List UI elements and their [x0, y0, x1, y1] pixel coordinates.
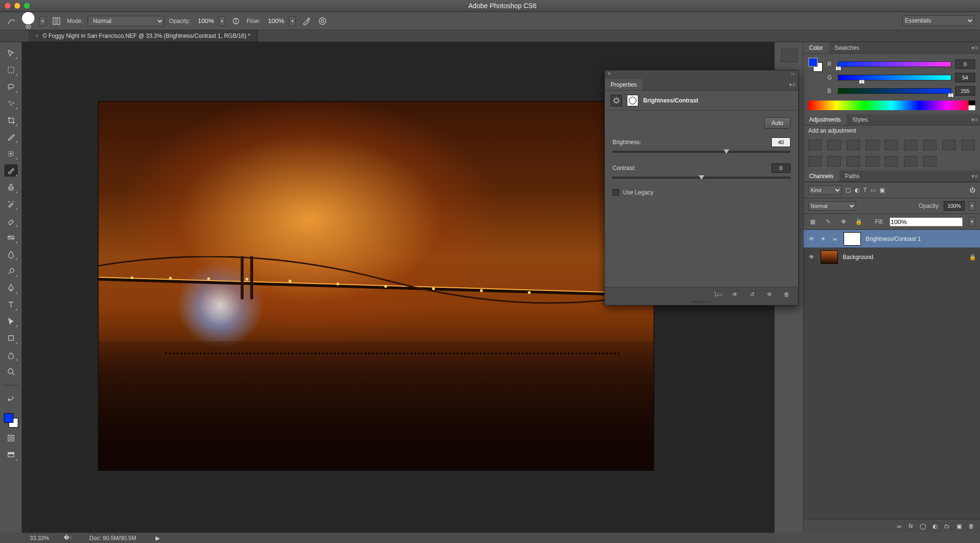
- legacy-checkbox[interactable]: [612, 189, 619, 196]
- color-swatches[interactable]: [4, 413, 18, 428]
- adj-bw-icon[interactable]: [923, 140, 936, 150]
- marquee-tool[interactable]: [4, 64, 18, 76]
- channel-thumb-icon[interactable]: [948, 93, 953, 97]
- channel-value-input[interactable]: [955, 59, 975, 69]
- properties-collapse-icon[interactable]: ››: [788, 70, 798, 79]
- adj-vibrance-icon[interactable]: [885, 140, 898, 150]
- airbrush-icon[interactable]: [301, 15, 312, 27]
- dock-panel-icon[interactable]: [781, 49, 797, 62]
- lock-all-icon[interactable]: 🔒: [854, 217, 864, 226]
- flow-dropdown-icon[interactable]: [289, 16, 296, 26]
- gradient-tool[interactable]: [4, 231, 18, 244]
- layer-filter-select[interactable]: Kind: [808, 185, 842, 195]
- brush-panel-toggle-icon[interactable]: [51, 15, 62, 27]
- layer-row[interactable]: 👁☀⫘Brightness/Contrast 1: [803, 230, 980, 248]
- zoom-tool[interactable]: [4, 365, 18, 378]
- tab-properties[interactable]: Properties: [605, 79, 643, 90]
- blur-tool[interactable]: [4, 248, 18, 260]
- tab-adjustments[interactable]: Adjustments: [803, 114, 846, 125]
- channel-slider[interactable]: [838, 61, 951, 67]
- dodge-tool[interactable]: [4, 265, 18, 277]
- history-brush-tool[interactable]: [4, 198, 18, 210]
- channel-slider[interactable]: [838, 75, 951, 80]
- brightness-input[interactable]: [771, 137, 791, 147]
- hand-tool[interactable]: [4, 349, 18, 361]
- workspace-select[interactable]: Essentials: [902, 15, 974, 26]
- properties-resize-grip[interactable]: [605, 301, 798, 305]
- layer-name-label[interactable]: Background: [843, 254, 873, 260]
- adj-gradient-map-icon[interactable]: [885, 156, 898, 167]
- type-tool[interactable]: [4, 298, 18, 311]
- opacity-dropdown-icon[interactable]: [219, 16, 225, 26]
- adj-selective-color-icon[interactable]: [904, 156, 917, 167]
- filter-shape-icon[interactable]: ▭: [870, 187, 876, 193]
- brush-preview[interactable]: 90: [22, 12, 34, 30]
- link-layers-icon[interactable]: ⫘: [896, 523, 902, 530]
- contrast-input[interactable]: [771, 163, 791, 173]
- layer-blend-select[interactable]: Normal: [808, 201, 856, 211]
- quick-mask-icon[interactable]: [4, 432, 18, 444]
- zoom-readout[interactable]: 33.33%: [30, 535, 49, 542]
- properties-menu-icon[interactable]: ▾≡: [787, 79, 798, 90]
- move-tool[interactable]: [4, 47, 18, 59]
- view-previous-icon[interactable]: 👁: [730, 290, 740, 299]
- contrast-slider[interactable]: [612, 177, 791, 179]
- workspace-switcher[interactable]: Essentials: [902, 15, 974, 26]
- layer-fill-input[interactable]: [890, 217, 963, 226]
- healing-tool[interactable]: [4, 147, 18, 160]
- document-tab[interactable]: × © Foggy Night in San Francisco.NEF @ 3…: [29, 30, 257, 42]
- channels-panel-menu-icon[interactable]: ▾≡: [969, 170, 980, 181]
- layer-mask-icon[interactable]: ◯: [920, 523, 926, 530]
- filter-image-icon[interactable]: ▢: [846, 187, 851, 193]
- color-panel-swatches[interactable]: [808, 57, 823, 72]
- adj-curves-icon[interactable]: [846, 140, 860, 150]
- status-menu-icon[interactable]: ▶: [156, 535, 160, 542]
- adj-levels-icon[interactable]: [827, 140, 841, 150]
- close-tab-icon[interactable]: ×: [35, 33, 39, 39]
- fg-mini-swatch[interactable]: [808, 57, 818, 67]
- new-layer-icon[interactable]: ▣: [957, 523, 962, 530]
- quick-select-tool[interactable]: [4, 97, 18, 110]
- layer-fill-dropdown-icon[interactable]: [969, 217, 975, 226]
- blend-mode-select[interactable]: Normal: [88, 16, 164, 26]
- new-adj-layer-icon[interactable]: ◐: [933, 523, 937, 530]
- tab-color[interactable]: Color: [803, 42, 829, 53]
- layer-thumb[interactable]: [821, 250, 838, 264]
- toggle-visibility-icon[interactable]: 👁: [765, 290, 774, 299]
- layer-name-label[interactable]: Brightness/Contrast 1: [866, 236, 921, 242]
- screen-mode-icon[interactable]: [4, 449, 18, 461]
- color-spectrum[interactable]: [808, 101, 975, 110]
- minimize-window-icon[interactable]: [14, 3, 20, 9]
- crop-tool[interactable]: [4, 114, 18, 126]
- channel-value-input[interactable]: [955, 86, 975, 96]
- expand-status-icon[interactable]: �〉: [64, 534, 75, 542]
- reset-icon[interactable]: ↺: [747, 290, 757, 299]
- eyedropper-tool[interactable]: [4, 131, 18, 143]
- properties-close-icon[interactable]: ×: [605, 70, 613, 79]
- clip-to-layer-icon[interactable]: ⤵▭: [713, 290, 723, 299]
- layer-opacity-input[interactable]: [944, 201, 965, 211]
- pressure-opacity-icon[interactable]: [230, 15, 242, 27]
- filter-smart-icon[interactable]: ▣: [880, 187, 885, 193]
- delete-adj-icon[interactable]: 🗑: [782, 290, 791, 299]
- adj-threshold-icon[interactable]: [866, 156, 879, 167]
- lock-transparency-icon[interactable]: ▦: [808, 217, 818, 226]
- color-panel-menu-icon[interactable]: ▾≡: [969, 42, 980, 53]
- contrast-thumb-icon[interactable]: [699, 175, 704, 180]
- filter-type-icon[interactable]: T: [863, 187, 867, 193]
- path-select-tool[interactable]: [4, 315, 18, 328]
- new-group-icon[interactable]: 🗀: [944, 523, 950, 530]
- adj-channel-mixer-icon[interactable]: [961, 140, 975, 150]
- lasso-tool[interactable]: [4, 80, 18, 93]
- tab-channels[interactable]: Channels: [803, 170, 839, 181]
- layer-mask-thumb[interactable]: [844, 232, 861, 246]
- pen-tool[interactable]: [4, 282, 18, 294]
- tab-styles[interactable]: Styles: [846, 114, 874, 125]
- channel-slider[interactable]: [838, 88, 951, 94]
- layer-row[interactable]: 👁Background🔒: [803, 248, 980, 266]
- brightness-thumb-icon[interactable]: [724, 149, 729, 154]
- delete-layer-icon[interactable]: 🗑: [969, 523, 974, 530]
- layer-opacity-dropdown-icon[interactable]: [969, 201, 975, 211]
- link-icon[interactable]: ⫘: [832, 236, 839, 242]
- filter-toggle-icon[interactable]: ⏻: [969, 187, 975, 193]
